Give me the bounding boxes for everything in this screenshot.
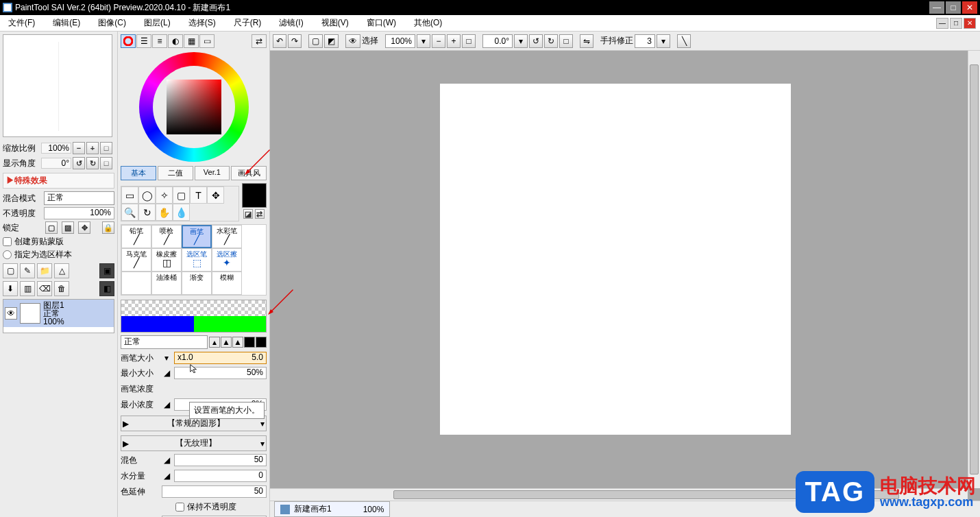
tool-tab-binary[interactable]: 二值 [158,166,193,180]
special-effects-section[interactable]: ▶特殊效果 [3,173,114,189]
zoom-out-button[interactable]: − [73,142,85,154]
viewport[interactable] [270,51,980,501]
clear-layer-button[interactable]: ⌫ [37,281,52,296]
lock-none-button[interactable]: ▢ [45,221,58,234]
grayscale-icon[interactable]: ◐ [168,34,183,48]
default-colors-icon[interactable]: ◪ [243,209,253,219]
transfer-down-button[interactable]: ▥ [20,281,35,296]
rotate-tool[interactable]: ↻ [138,204,156,221]
brush-empty[interactable] [121,272,151,295]
new-layer-button[interactable]: ▢ [3,263,18,278]
invert-select-button[interactable]: ◩ [324,34,339,48]
mask-button[interactable]: ▣ [99,263,114,278]
rotate-ccw-button[interactable]: ↺ [73,157,85,169]
rotate-cw-canvas-button[interactable]: ↻ [544,34,558,48]
shape-tool[interactable]: ▢ [173,187,190,204]
size-dot-1[interactable]: ▴ [209,337,220,348]
hand-tool[interactable]: ✋ [156,204,173,221]
scratchpad-icon[interactable]: ▭ [199,34,215,48]
marquee-tool[interactable]: ▭ [121,187,138,204]
clipping-mask-checkbox[interactable] [3,237,12,246]
lock-move-button[interactable]: ✥ [78,221,90,234]
apply-mask-button[interactable]: ◧ [99,281,114,296]
size-dot-3[interactable]: ▲ [232,337,243,348]
mindensity-icon[interactable]: ◢ [162,400,171,409]
size-dropdown-icon[interactable]: ▾ [162,353,171,363]
menu-edit[interactable]: 编辑(E) [49,16,84,30]
document-tab[interactable]: 新建画布1 100% [274,501,390,517]
brush-select-pen[interactable]: 选区笔⬚ [182,248,212,272]
lock-all-button[interactable]: 🔒 [102,221,114,234]
menu-select[interactable]: 选择(S) [184,16,220,30]
brush-watercolor[interactable]: 水彩笔╱ [212,225,242,248]
merge-down-button[interactable]: ⬇ [3,281,18,296]
zoom-dropdown[interactable]: ▾ [417,34,430,48]
minsize-icon[interactable]: ◢ [162,368,171,378]
hsl-sliders-icon[interactable]: ☰ [136,34,151,48]
new-folder-button[interactable]: 📁 [37,263,52,278]
stabilizer-dropdown[interactable]: ▾ [657,34,670,48]
zoom-value[interactable]: 100% [41,143,71,154]
layer-item[interactable]: 👁 图层1 正常 100% [3,300,114,327]
undo-button[interactable]: ↶ [273,34,286,48]
vertical-scrollbar[interactable] [968,51,980,488]
zoom-in-button[interactable]: + [86,142,99,154]
zoom-in-canvas-button[interactable]: + [447,34,461,48]
show-select-button[interactable]: 👁 [345,34,360,48]
doc-close-button[interactable]: ✕ [964,18,976,29]
perspective-button[interactable]: △ [54,263,69,278]
rotate-reset-canvas-button[interactable]: □ [559,34,573,48]
color-wheel-icon[interactable] [121,34,136,48]
color-wheel[interactable] [139,52,249,162]
brush-airbrush[interactable]: 喷枪╱ [151,225,182,248]
rotate-cw-button[interactable]: ↻ [86,157,99,169]
blend-input[interactable]: 50 [174,454,267,466]
brush-marker[interactable]: 马克笔╱ [121,248,151,272]
close-button[interactable]: ✕ [962,1,977,14]
menu-ruler[interactable]: 尺子(R) [230,16,266,30]
menu-view[interactable]: 视图(V) [317,16,353,30]
canvas[interactable] [440,84,791,435]
rotate-ccw-canvas-button[interactable]: ↺ [529,34,543,48]
layer-visibility-icon[interactable]: 👁 [5,307,17,320]
color-swap-icon[interactable]: ⇄ [252,34,267,48]
brush-bucket[interactable]: 油漆桶 [151,272,182,295]
eyedropper-tool[interactable]: 💧 [173,204,190,221]
flip-button[interactable]: ⇋ [580,34,593,48]
lock-alpha-button[interactable]: ▨ [62,221,74,234]
brush-brush[interactable]: 画笔╱ [182,225,212,248]
text-tool[interactable]: T [190,187,207,204]
doc-minimize-button[interactable]: — [936,18,948,29]
zoom-reset-button[interactable]: □ [100,142,112,154]
opacity-value[interactable]: 100% [44,207,114,219]
menu-layer[interactable]: 图层(L) [140,16,175,30]
new-vector-layer-button[interactable]: ✎ [20,263,35,278]
water-input[interactable]: 0 [174,470,267,482]
angle-value[interactable]: 0° [41,158,71,169]
deselect-button[interactable]: ▢ [308,34,323,48]
brush-texture-select[interactable]: ▶ 【无纹理】 ▾ [121,435,267,451]
tool-tab-basic[interactable]: 基本 [121,166,156,180]
size-dot-2[interactable]: ▲ [221,337,232,348]
brush-eraser[interactable]: 橡皮擦◫ [151,248,182,272]
brush-select-eraser[interactable]: 选区擦✦ [212,248,242,272]
tool-tab-ver1[interactable]: Ver.1 [195,166,230,180]
doc-maximize-button[interactable]: □ [950,18,962,29]
delete-layer-button[interactable]: 🗑 [54,281,69,296]
brush-pencil[interactable]: 铅笔╱ [121,225,151,248]
rotate-reset-button[interactable]: □ [100,157,112,169]
brush-blend-select[interactable]: 正常 [121,335,208,349]
zoom-tool[interactable]: 🔍 [121,204,138,221]
keep-alpha-checkbox[interactable] [175,503,184,512]
swap-colors-icon[interactable]: ⇄ [255,209,265,219]
rgb-sliders-icon[interactable]: ≡ [152,34,167,48]
brush-size-input[interactable]: x1.0 5.0 [174,352,267,364]
zoom-input[interactable] [385,34,415,48]
zoom-out-canvas-button[interactable]: − [432,34,445,48]
maximize-button[interactable]: □ [946,1,961,14]
menu-other[interactable]: 其他(O) [410,16,446,30]
wand-tool[interactable]: ✧ [156,187,173,204]
zoom-fit-button[interactable]: □ [462,34,476,48]
size-dot-5[interactable]: ■ [256,337,267,348]
minimize-button[interactable]: — [929,1,944,14]
